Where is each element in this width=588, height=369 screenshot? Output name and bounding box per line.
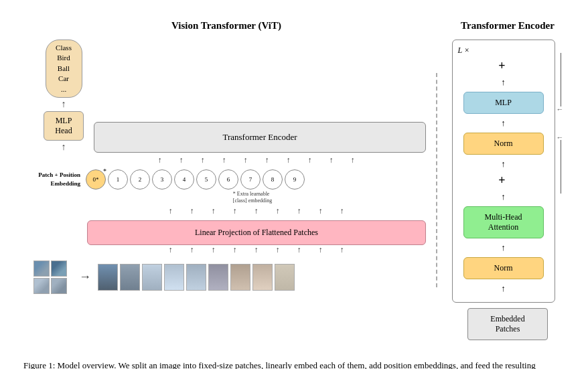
plus-icon-top: + bbox=[498, 59, 505, 73]
arrow-enc-2: ↑ bbox=[501, 118, 506, 129]
figure-caption: Figure 1: Model overview. We split an im… bbox=[20, 359, 568, 369]
flat-patch-6 bbox=[230, 264, 250, 291]
arrow-enc-6: ↑ bbox=[501, 283, 506, 294]
arrow-enc-3: ↑ bbox=[501, 159, 506, 169]
residual-plus-top: + bbox=[498, 59, 508, 73]
linear-proj-box: Linear Projection of Flattened Patches bbox=[87, 220, 426, 245]
arrow-right-patches: → bbox=[79, 270, 91, 284]
arrow-enc-4: ↑ bbox=[501, 192, 506, 202]
top-loop-arrow-down: ← bbox=[557, 105, 564, 113]
token-0: 0* bbox=[86, 169, 106, 190]
lx-label: L × bbox=[458, 46, 470, 56]
divider bbox=[436, 73, 437, 287]
loop-arrows: ← ← bbox=[557, 40, 564, 194]
mlp-head-box: MLP Head bbox=[44, 111, 84, 141]
arrow-class-up: ↑ bbox=[62, 99, 66, 110]
arrows-up-row: ↑ ↑ ↑ ↑ ↑ ↑ ↑ ↑ ↑ ↑ bbox=[90, 155, 363, 165]
mlp-box: MLP bbox=[463, 92, 544, 114]
star-note: * Extra learnable[class] embedding bbox=[181, 191, 272, 205]
img-patch-1 bbox=[51, 261, 67, 277]
arrow-enc-1: ↑ bbox=[501, 77, 506, 88]
token-list: 0* 1 2 3 4 5 6 7 8 9 bbox=[86, 169, 305, 190]
tokens-row: Patch + PositionEmbedding 0* 1 2 3 4 5 6… bbox=[27, 169, 426, 190]
flat-patches-row bbox=[98, 264, 295, 291]
token-7: 7 bbox=[240, 169, 261, 190]
encoder-section: Transformer Encoder L × + ↑ MLP ↑ bbox=[447, 20, 568, 340]
arrow-mlp-up: ↑ bbox=[62, 142, 66, 153]
token-9: 9 bbox=[285, 169, 305, 190]
vit-title: Vision Transformer (ViT) bbox=[171, 20, 281, 31]
token-3: 3 bbox=[152, 169, 172, 190]
flat-patch-4 bbox=[186, 264, 206, 291]
token-4: 4 bbox=[174, 169, 194, 190]
token-2: 2 bbox=[130, 169, 150, 190]
vit-section: Vision Transformer (ViT) Class Bird Ball… bbox=[27, 20, 426, 340]
transformer-encoder-box: Transformer Encoder bbox=[94, 122, 426, 153]
class-box: Class Bird Ball Car ... bbox=[46, 40, 82, 98]
patch-position-label: Patch + PositionEmbedding bbox=[33, 171, 80, 188]
flat-patch-3 bbox=[164, 264, 184, 291]
image-patches-row: → bbox=[27, 261, 426, 294]
arrows-up-row-2: ↑ ↑ ↑ ↑ ↑ ↑ ↑ ↑ ↑ bbox=[101, 206, 352, 216]
encoder-title: Transformer Encoder bbox=[461, 20, 555, 31]
token-8: 8 bbox=[263, 169, 283, 190]
figure-container: Vision Transformer (ViT) Class Bird Ball… bbox=[20, 13, 568, 369]
flat-patch-0 bbox=[98, 264, 118, 291]
token-1: 1 bbox=[108, 169, 128, 190]
vit-inner: Class Bird Ball Car ... ↑ MLP Head ↑ Tra… bbox=[27, 40, 426, 294]
img-patch-3 bbox=[51, 278, 67, 294]
flat-patch-7 bbox=[252, 264, 273, 291]
flat-patch-5 bbox=[208, 264, 228, 291]
residual-plus-mid: + bbox=[498, 173, 508, 188]
token-5: 5 bbox=[196, 169, 216, 190]
img-patch-0 bbox=[33, 261, 50, 277]
norm2-box: Norm bbox=[463, 257, 544, 279]
mha-box: Multi-Head Attention bbox=[463, 206, 544, 238]
input-image-grid bbox=[33, 261, 67, 294]
flat-patch-1 bbox=[120, 264, 140, 291]
norm1-box: Norm bbox=[463, 133, 544, 155]
embedded-patches-box: Embedded Patches bbox=[467, 308, 548, 340]
flat-patch-8 bbox=[275, 264, 295, 291]
flat-patch-2 bbox=[142, 264, 162, 291]
mid-loop-line bbox=[559, 140, 561, 194]
top-loop-line bbox=[559, 53, 561, 106]
token-6: 6 bbox=[218, 169, 238, 190]
diagram-area: Vision Transformer (ViT) Class Bird Ball… bbox=[20, 13, 568, 347]
plus-icon-mid: + bbox=[498, 173, 505, 188]
encoder-block: L × + ↑ MLP ↑ Norm ↑ bbox=[452, 40, 555, 303]
img-patch-2 bbox=[33, 278, 50, 294]
arrows-up-row-3: ↑ ↑ ↑ ↑ ↑ ↑ ↑ ↑ ↑ bbox=[101, 245, 352, 255]
arrow-enc-5: ↑ bbox=[501, 242, 506, 253]
